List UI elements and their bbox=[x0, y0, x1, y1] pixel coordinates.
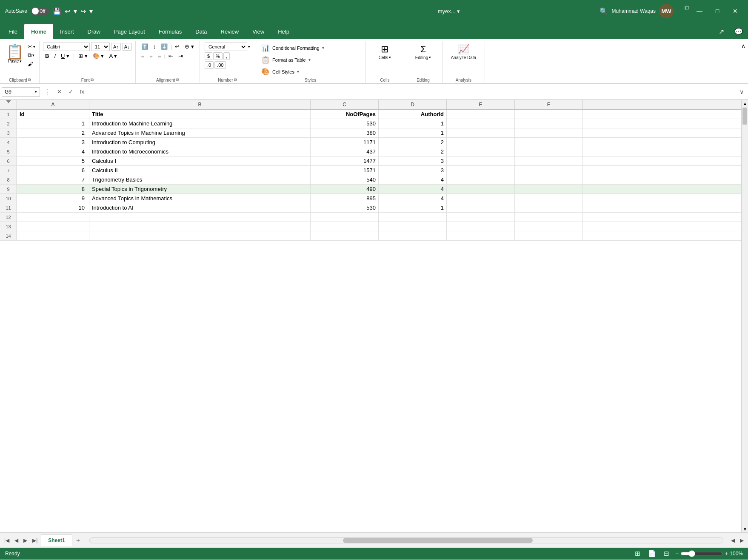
cell-e13[interactable] bbox=[447, 222, 515, 231]
cell-f3[interactable] bbox=[515, 128, 583, 137]
cell-b10[interactable]: Advanced Topics in Mathematics bbox=[89, 194, 311, 203]
cell-d2[interactable]: 1 bbox=[379, 119, 447, 128]
cell-a4[interactable]: 3 bbox=[17, 138, 89, 147]
align-center-button[interactable]: ≡ bbox=[147, 52, 155, 60]
cell-d7[interactable]: 3 bbox=[379, 166, 447, 175]
row-number[interactable]: 3 bbox=[0, 128, 17, 137]
undo-dropdown-icon[interactable]: ▾ bbox=[74, 7, 77, 15]
formula-fx-icon[interactable]: fx bbox=[77, 88, 87, 96]
user-avatar[interactable]: MW bbox=[659, 4, 674, 18]
cell-f14[interactable] bbox=[515, 231, 583, 240]
wrap-text-button[interactable]: ↵ bbox=[173, 43, 182, 51]
paste-dropdown-icon[interactable]: ▾ bbox=[20, 59, 22, 63]
cell-c6[interactable]: 1477 bbox=[311, 156, 379, 165]
cell-e7[interactable] bbox=[447, 166, 515, 175]
increase-font-button[interactable]: A↑ bbox=[111, 43, 121, 51]
maximize-button[interactable]: □ bbox=[710, 4, 725, 18]
redo-icon[interactable]: ↪ bbox=[80, 7, 86, 15]
increase-decimal-button[interactable]: .0 bbox=[205, 61, 214, 69]
currency-button[interactable]: $ bbox=[205, 52, 212, 60]
cell-e14[interactable] bbox=[447, 231, 515, 240]
cell-b7[interactable]: Calculus II bbox=[89, 166, 311, 175]
cell-d10[interactable]: 4 bbox=[379, 194, 447, 203]
cell-f12[interactable] bbox=[515, 213, 583, 222]
cell-a5[interactable]: 4 bbox=[17, 147, 89, 156]
italic-button[interactable]: I bbox=[52, 52, 58, 60]
copy-button[interactable]: ⧉ ▾ bbox=[26, 51, 37, 60]
percent-button[interactable]: % bbox=[213, 52, 223, 60]
row-number[interactable]: 11 bbox=[0, 203, 17, 212]
tab-formulas[interactable]: Formulas bbox=[152, 24, 188, 39]
increase-indent-button[interactable]: ⇥ bbox=[176, 52, 185, 60]
clipboard-expand-icon[interactable]: ⧉ bbox=[28, 77, 31, 82]
row-number[interactable]: 7 bbox=[0, 166, 17, 175]
comments-icon[interactable]: 💬 bbox=[731, 26, 746, 37]
sheet-nav-prev-button[interactable]: ◀ bbox=[12, 537, 21, 544]
row-number[interactable]: 10 bbox=[0, 194, 17, 203]
horizontal-scroll-thumb[interactable] bbox=[343, 538, 533, 543]
cell-b13[interactable] bbox=[89, 222, 311, 231]
cell-d14[interactable] bbox=[379, 231, 447, 240]
cell-f13[interactable] bbox=[515, 222, 583, 231]
cell-d4[interactable]: 2 bbox=[379, 138, 447, 147]
zoom-slider[interactable] bbox=[680, 550, 723, 557]
page-break-view-button[interactable]: ⊟ bbox=[662, 549, 671, 558]
cell-c2[interactable]: 530 bbox=[311, 119, 379, 128]
cell-b3[interactable]: Advanced Topics in Machine Learning bbox=[89, 128, 311, 137]
align-top-button[interactable]: ⬆️ bbox=[139, 43, 150, 51]
merge-center-button[interactable]: ⊕ ▾ bbox=[183, 43, 196, 51]
cell-a10[interactable]: 9 bbox=[17, 194, 89, 203]
underline-button[interactable]: U ▾ bbox=[59, 52, 71, 60]
conditional-formatting-button[interactable]: 📊 Conditional Formatting ▾ bbox=[259, 43, 362, 53]
cell-f6[interactable] bbox=[515, 156, 583, 165]
page-layout-view-button[interactable]: 📄 bbox=[646, 549, 658, 558]
cell-d11[interactable]: 1 bbox=[379, 203, 447, 212]
cell-f9[interactable] bbox=[515, 185, 583, 193]
comma-button[interactable]: , bbox=[223, 52, 230, 60]
number-expand-icon[interactable]: ⧉ bbox=[234, 77, 237, 82]
search-icon[interactable]: 🔍 bbox=[600, 7, 608, 15]
cell-b9[interactable]: Special Topics in Trigonometry bbox=[89, 185, 311, 193]
fill-color-button[interactable]: 🎨 ▾ bbox=[91, 52, 106, 60]
cell-c5[interactable]: 437 bbox=[311, 147, 379, 156]
row-number[interactable]: 4 bbox=[0, 138, 17, 147]
cell-a12[interactable] bbox=[17, 213, 89, 222]
editing-chevron[interactable]: ▾ bbox=[429, 55, 431, 60]
formula-input[interactable] bbox=[89, 88, 735, 95]
col-header-b[interactable]: B bbox=[89, 100, 311, 109]
cell-c11[interactable]: 530 bbox=[311, 203, 379, 212]
zoom-out-button[interactable]: − bbox=[675, 550, 679, 557]
row-number[interactable]: 8 bbox=[0, 175, 17, 184]
formula-cancel-icon[interactable]: ✕ bbox=[54, 88, 64, 96]
cell-d1[interactable]: AuthorId bbox=[379, 110, 447, 119]
restore-down-icon[interactable]: ⧉ bbox=[685, 4, 689, 18]
cell-e3[interactable] bbox=[447, 128, 515, 137]
formula-confirm-icon[interactable]: ✓ bbox=[66, 88, 76, 96]
align-middle-button[interactable]: ↕️ bbox=[151, 43, 158, 51]
cell-e2[interactable] bbox=[447, 119, 515, 128]
cell-f5[interactable] bbox=[515, 147, 583, 156]
cell-e6[interactable] bbox=[447, 156, 515, 165]
col-header-e[interactable]: E bbox=[447, 100, 515, 109]
cell-b5[interactable]: Introduction to Microeconomics bbox=[89, 147, 311, 156]
analyze-data-button[interactable]: 📈 Analyze Data bbox=[449, 43, 478, 61]
cell-e5[interactable] bbox=[447, 147, 515, 156]
tab-file[interactable]: File bbox=[2, 24, 24, 39]
cell-b6[interactable]: Calculus I bbox=[89, 156, 311, 165]
decrease-font-button[interactable]: A↓ bbox=[122, 43, 132, 51]
cell-a2[interactable]: 1 bbox=[17, 119, 89, 128]
scroll-up-arrow[interactable]: ▲ bbox=[742, 100, 748, 107]
cell-d9[interactable]: 4 bbox=[379, 185, 447, 193]
cell-a8[interactable]: 7 bbox=[17, 175, 89, 184]
cell-c9[interactable]: 490 bbox=[311, 185, 379, 193]
cell-c8[interactable]: 540 bbox=[311, 175, 379, 184]
cell-f10[interactable] bbox=[515, 194, 583, 203]
font-color-button[interactable]: A ▾ bbox=[107, 52, 119, 60]
cell-reference-box[interactable]: G9 ▾ bbox=[2, 87, 40, 97]
tab-draw[interactable]: Draw bbox=[81, 24, 107, 39]
number-format-dropdown[interactable]: General bbox=[205, 43, 247, 51]
cell-styles-button[interactable]: 🎨 Cell Styles ▾ bbox=[259, 66, 362, 77]
cell-a13[interactable] bbox=[17, 222, 89, 231]
cell-c4[interactable]: 1171 bbox=[311, 138, 379, 147]
cell-d12[interactable] bbox=[379, 213, 447, 222]
